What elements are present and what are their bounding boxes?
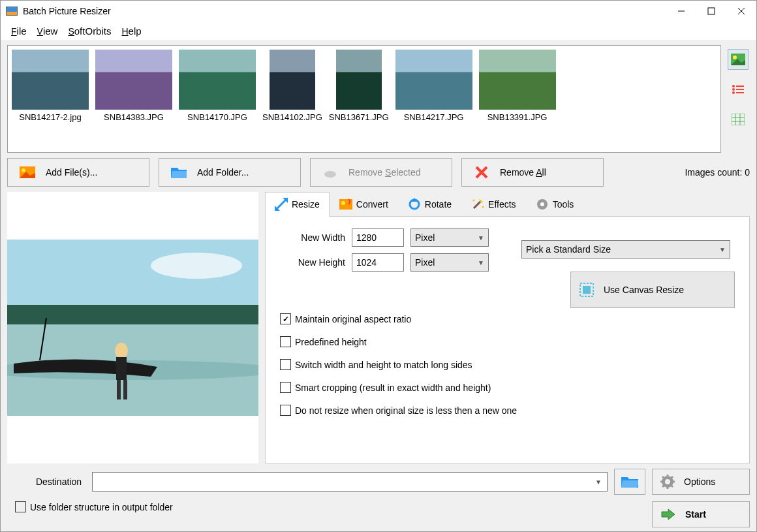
svg-rect-26 — [736, 92, 744, 93]
new-width-input[interactable] — [352, 228, 404, 247]
height-unit-select[interactable]: Pixel▼ — [410, 253, 489, 272]
menu-softorbits[interactable]: SoftOrbits — [63, 23, 116, 39]
standard-size-select[interactable]: Pick a Standard Size▼ — [521, 240, 730, 258]
smart-cropping-checkbox[interactable]: Smart cropping (result in exact width an… — [280, 382, 735, 393]
svg-point-60 — [482, 206, 484, 208]
svg-marker-77 — [662, 509, 675, 520]
thumbnail[interactable]: SNB14383.JPG — [95, 50, 172, 148]
x-icon — [474, 166, 489, 179]
use-folder-structure-checkbox[interactable]: Use folder structure in output folder — [15, 501, 173, 512]
image-icon — [20, 166, 35, 179]
thumbnail[interactable]: SNB13391.JPG — [479, 50, 556, 148]
thumbnail-label: SNB14170.JPG — [187, 112, 247, 122]
svg-rect-49 — [123, 380, 127, 399]
svg-rect-8 — [179, 50, 256, 72]
view-details-button[interactable] — [728, 109, 749, 130]
thumbnail-label: SNB14217-2.jpg — [19, 112, 81, 122]
thumbnail-label: SNB14217.JPG — [404, 112, 464, 122]
thumbnail[interactable]: SNB14170.JPG — [179, 50, 256, 148]
svg-rect-22 — [736, 86, 744, 87]
svg-line-74 — [671, 485, 673, 487]
app-icon — [6, 7, 18, 16]
effects-icon — [471, 198, 484, 211]
canvas-resize-button[interactable]: Use Canvas Resize — [570, 272, 735, 308]
new-width-label: New Width — [280, 232, 345, 243]
rotate-icon — [408, 198, 421, 211]
resize-tab-content: New Width Pixel▼ New Height Pixel▼ Pick … — [265, 217, 750, 463]
no-resize-checkbox[interactable]: Do not resize when original size is less… — [280, 405, 735, 416]
thumbnail[interactable]: SNB14217-2.jpg — [12, 50, 89, 148]
start-button[interactable]: Start — [652, 501, 750, 527]
svg-rect-4 — [12, 50, 89, 72]
maximize-button[interactable] — [696, 1, 726, 21]
svg-line-76 — [671, 477, 673, 478]
svg-rect-5 — [12, 72, 89, 110]
svg-rect-24 — [736, 89, 744, 90]
svg-point-25 — [732, 91, 735, 94]
menu-file[interactable]: File — [6, 23, 32, 39]
images-count: Images count: 0 — [685, 167, 750, 178]
svg-line-73 — [662, 477, 664, 478]
thumbnail-label: SNB13671.JPG — [329, 112, 389, 122]
svg-point-59 — [473, 200, 475, 202]
destination-select[interactable]: ▼ — [92, 472, 608, 492]
predefined-height-checkbox[interactable]: Predefined height — [280, 336, 735, 347]
resize-icon — [275, 198, 288, 211]
tools-icon — [536, 198, 549, 211]
svg-point-21 — [732, 85, 735, 87]
view-list-button[interactable] — [728, 79, 749, 100]
svg-line-50 — [277, 200, 286, 209]
preview-image — [7, 240, 258, 416]
thumbnail-label: SNB14383.JPG — [104, 112, 164, 122]
tab-tools[interactable]: Tools — [526, 192, 584, 216]
svg-point-46 — [115, 343, 128, 358]
svg-rect-10 — [270, 50, 315, 72]
thumbnail[interactable]: SNB13671.JPG — [329, 50, 389, 148]
convert-icon — [339, 198, 352, 211]
thumbnail-label: SNB13391.JPG — [487, 112, 548, 122]
menubar: FileViewSoftOrbitsHelp — [1, 22, 756, 40]
svg-rect-6 — [95, 50, 172, 72]
svg-rect-9 — [179, 72, 256, 110]
minimize-button[interactable] — [666, 1, 696, 21]
svg-rect-47 — [116, 357, 127, 380]
menu-view[interactable]: View — [32, 23, 63, 39]
browse-folder-button[interactable] — [614, 469, 645, 495]
tab-resize[interactable]: Resize — [265, 192, 330, 217]
tab-rotate[interactable]: Rotate — [398, 192, 461, 216]
svg-point-62 — [540, 202, 544, 206]
new-height-input[interactable] — [352, 253, 404, 272]
svg-marker-66 — [621, 480, 638, 488]
thumbnail[interactable]: SNB14217.JPG — [395, 50, 472, 148]
folder-icon — [171, 166, 187, 179]
width-unit-select[interactable]: Pixel▼ — [410, 228, 489, 247]
svg-rect-7 — [95, 72, 172, 110]
thumbnail-panel: SNB14217-2.jpgSNB14383.JPGSNB14170.JPGSN… — [7, 45, 721, 153]
menu-help[interactable]: Help — [116, 23, 146, 39]
tab-effects[interactable]: Effects — [461, 192, 526, 216]
remove-all-button[interactable]: Remove All — [461, 158, 604, 187]
view-thumbnails-button[interactable] — [728, 49, 749, 70]
preview-pane — [7, 192, 258, 463]
aspect-ratio-checkbox[interactable]: Maintain original aspect ratio — [280, 313, 735, 324]
svg-point-33 — [22, 168, 25, 172]
tab-convert[interactable]: Convert — [330, 192, 398, 216]
folder-open-icon — [621, 476, 638, 488]
options-button[interactable]: Options — [652, 469, 750, 495]
svg-point-23 — [732, 88, 735, 91]
svg-point-54 — [341, 201, 345, 205]
svg-rect-53 — [339, 199, 352, 210]
svg-rect-16 — [479, 50, 556, 72]
add-folder-button[interactable]: Add Folder... — [159, 158, 301, 187]
canvas-icon — [579, 282, 595, 298]
svg-rect-64 — [583, 286, 591, 294]
arrow-right-icon — [660, 508, 676, 521]
thumbnail-label: SNB14102.JPG — [262, 112, 322, 122]
svg-point-41 — [151, 253, 242, 279]
add-files-button[interactable]: Add File(s)... — [7, 158, 149, 187]
svg-rect-48 — [117, 380, 121, 399]
switch-wh-checkbox[interactable]: Switch width and height to match long si… — [280, 359, 735, 370]
thumbnail[interactable]: SNB14102.JPG — [262, 50, 322, 148]
close-button[interactable] — [726, 1, 756, 21]
remove-selected-button[interactable]: Remove Selected — [310, 158, 452, 187]
